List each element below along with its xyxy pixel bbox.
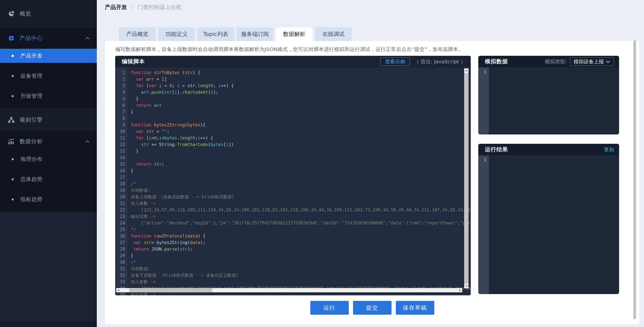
editor-header-right: 查看示例 （ 语法: JavaScript ）	[380, 57, 466, 66]
sidebar: 概览产品中心产品开发设备管理升级管理规则引擎数据分析地理分布总体趋势指标趋势	[0, 0, 97, 327]
line-number: 16	[115, 167, 125, 174]
code-line	[131, 115, 471, 122]
tab-product-overview[interactable]: 产品概览	[119, 27, 156, 41]
code-line: 传入参数 ->	[131, 200, 471, 207]
code-line: var str = "";	[131, 128, 471, 135]
page-scrollbar-thumb[interactable]	[633, 40, 636, 319]
line-number: 9	[115, 122, 125, 128]
save-draft-button[interactable]: 保存草稿	[396, 301, 434, 315]
breadcrumb-parent[interactable]: 产品开发	[105, 4, 127, 10]
editor-vertical-scrollbar[interactable]	[464, 68, 468, 288]
line-number: 27	[115, 239, 125, 246]
code-line: /*	[131, 259, 471, 265]
line-number: 29	[115, 252, 125, 259]
line-number-gutter: 1	[478, 67, 489, 134]
line-number: 10	[115, 128, 125, 135]
code-line: function raw2Protocol(data) {	[131, 233, 471, 239]
breadcrumb-separator: /	[131, 4, 133, 10]
scroll-right-arrow-icon[interactable]	[458, 288, 462, 292]
sidebar-item-geo-distribution[interactable]: 地理分布	[0, 152, 97, 166]
code-line: 示例数据:	[131, 187, 471, 194]
sidebar-item-product-center[interactable]: 产品中心	[0, 28, 97, 49]
code-line: 传入参数 ->	[131, 278, 471, 285]
line-number: 7	[115, 109, 125, 115]
sidebar-item-label: 地理分布	[20, 156, 42, 163]
sidebar-item-label: 概览	[20, 10, 31, 18]
horizontal-scroll-thumb[interactable]	[129, 288, 212, 292]
main-card: 产品概览功能定义Topic列表服务端订阅数据解析在线调试 编写数据解析脚本，设备…	[105, 17, 639, 324]
vertical-scroll-thumb[interactable]	[464, 73, 468, 284]
scroll-down-arrow-icon[interactable]	[464, 284, 468, 288]
tab-function-define[interactable]: 功能定义	[158, 27, 195, 41]
sidebar-group-data-analysis: 数据分析地理分布总体趋势指标趋势	[0, 131, 97, 212]
bullet-icon	[12, 158, 14, 160]
code-line: 设备上报数据 （设备原始数据 --> klink格式数据)	[131, 194, 471, 200]
tab-online-debug[interactable]: 在线调试	[315, 27, 352, 41]
grid-icon	[8, 35, 15, 41]
sidebar-item-label: 规则引擎	[20, 116, 43, 124]
sidebar-item-label: 产品开发	[20, 52, 42, 59]
submit-button[interactable]: 提交	[353, 301, 392, 315]
rule-engine-icon	[8, 117, 15, 123]
sidebar-item-rule-engine[interactable]: 规则引擎	[0, 109, 97, 131]
code-editor[interactable]: 1234567891011121314151617181920212223242…	[115, 67, 471, 295]
code-content: function strToBytes (str) { var arr = []…	[127, 67, 471, 295]
bullet-icon	[12, 95, 14, 97]
copy-button[interactable]: 复制	[604, 146, 614, 153]
sidebar-item-data-analysis[interactable]: 数据分析	[0, 131, 97, 152]
code-line: {"action":"devSend","msgId":1,"pk":"3617…	[131, 220, 471, 226]
sidebar-item-label: 升级管理	[20, 92, 42, 100]
sidebar-item-device-mgmt[interactable]: 设备管理	[0, 69, 97, 83]
sidebar-item-label: 指标趋势	[20, 196, 42, 203]
line-number: 24	[115, 220, 125, 226]
line-number: 8	[115, 115, 125, 122]
tab-data-parse[interactable]: 数据解析	[276, 27, 313, 41]
line-number-gutter: 1234567891011121314151617181920212223242…	[115, 67, 127, 295]
editor-header: 编辑脚本 查看示例 （ 语法: JavaScript ）	[115, 56, 471, 67]
code-line: }	[131, 109, 471, 115]
view-example-button[interactable]: 查看示例	[380, 57, 410, 66]
simulate-editor[interactable]: 1	[478, 67, 619, 134]
sidebar-item-overall-trend[interactable]: 总体趋势	[0, 172, 97, 186]
simulate-type-select[interactable]: 模拟设备上报	[570, 57, 614, 66]
line-number: 13	[115, 148, 125, 154]
line-number: 4	[115, 89, 125, 96]
scroll-left-arrow-icon[interactable]	[116, 288, 120, 292]
line-number: 12	[115, 141, 125, 148]
run-button[interactable]: 运行	[310, 301, 349, 315]
line-number: 30	[115, 259, 125, 265]
line-number: 31	[115, 265, 125, 272]
tab-bar: 产品概览功能定义Topic列表服务端订阅数据解析在线调试	[119, 27, 352, 41]
line-number: 28	[115, 246, 125, 252]
simulate-panel-header: 模拟数据 模拟类型: 模拟设备上报	[478, 56, 619, 67]
tab-server-subscribe[interactable]: 服务端订阅	[237, 27, 273, 41]
sidebar-item-overview[interactable]: 概览	[0, 0, 97, 28]
line-number: 19	[115, 187, 125, 194]
sidebar-item-upgrade-mgmt[interactable]: 升级管理	[0, 89, 97, 103]
chevron-up-icon	[85, 140, 90, 143]
code-line: for (var i = 0; i < str.length; i++) {	[131, 82, 471, 89]
line-number: 23	[115, 213, 125, 220]
editor-title: 编辑脚本	[122, 58, 145, 65]
bullet-icon	[12, 55, 14, 57]
result-viewer: 1	[478, 155, 619, 294]
line-number: 33	[115, 278, 125, 285]
code-line: var str= bytes2String(data);	[131, 239, 471, 246]
code-line: function bytes2String(bytes){	[131, 122, 471, 128]
code-line: /*	[131, 180, 471, 187]
sidebar-item-metric-trend[interactable]: 指标趋势	[0, 192, 97, 206]
code-line: 示例数据:	[131, 265, 471, 272]
editor-horizontal-scrollbar[interactable]	[116, 288, 462, 292]
sidebar-empty-area	[0, 212, 97, 321]
code-line: return arr	[131, 102, 471, 109]
breadcrumb-current: 门禁控制器上位机	[137, 4, 182, 10]
sidebar-group-product-center: 产品中心产品开发设备管理升级管理	[0, 28, 97, 109]
scroll-up-arrow-icon[interactable]	[464, 68, 468, 73]
sidebar-item-product-dev[interactable]: 产品开发	[0, 49, 97, 63]
tab-topic-list[interactable]: Topic列表	[197, 27, 234, 41]
sidebar-item-label: 设备管理	[20, 72, 42, 79]
simulate-type-label: 模拟类型:	[545, 58, 567, 65]
script-editor-panel: 编辑脚本 查看示例 （ 语法: JavaScript ） 12345678910…	[115, 56, 471, 295]
tab-strip: 产品概览功能定义Topic列表服务端订阅数据解析在线调试	[105, 17, 639, 41]
page-description: 编写数据解析脚本，设备上报数据时会自动调用脚本将数据解析为JSON格式，您可以对…	[115, 46, 463, 53]
